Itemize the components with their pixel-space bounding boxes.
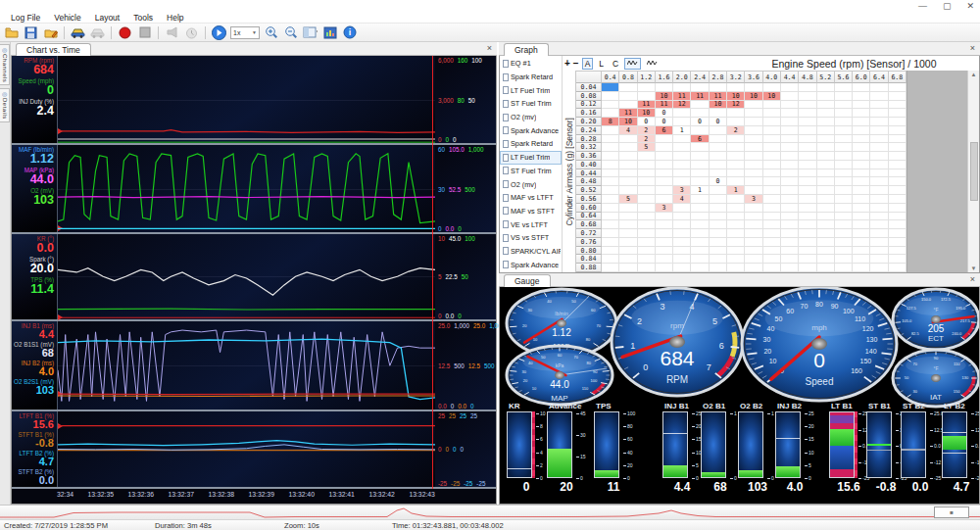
heatmap-cell[interactable] [870,204,888,213]
heatmap-cell[interactable] [602,126,619,135]
car-connect-button[interactable] [70,25,86,40]
heatmap-cell[interactable] [889,143,906,152]
heatmap-cell[interactable] [817,220,835,229]
heatmap-cell[interactable] [853,220,870,229]
heatmap-cell[interactable] [853,143,870,152]
heatmap-cell[interactable]: 2 [727,126,745,135]
heatmap-cell[interactable] [763,195,781,204]
heatmap-cell[interactable] [835,169,853,178]
heatmap-cell[interactable] [817,204,835,213]
log-overview-strip[interactable]: ■ [0,505,980,519]
heatmap-cell[interactable] [799,101,816,110]
sensor-list-item-eq-1[interactable]: EQ #1 [500,57,562,71]
heatmap-cell[interactable] [763,109,781,118]
side-tab-details[interactable]: ◎Details [0,88,10,122]
heatmap-cell[interactable] [853,204,870,213]
heatmap-cell[interactable] [870,177,888,186]
heatmap-cell[interactable] [691,161,709,169]
heatmap-cell[interactable] [638,195,656,204]
heatmap-cell[interactable] [602,101,619,110]
heatmap-cell[interactable] [889,126,906,135]
heatmap-cell[interactable] [889,255,906,264]
heatmap-cell[interactable] [853,177,870,186]
heatmap-cell[interactable] [889,177,906,186]
heatmap-cell[interactable] [781,135,799,144]
heatmap-cell[interactable] [691,204,709,213]
heatmap-cell[interactable] [710,195,727,204]
sensor-list-item-o2-mv-[interactable]: O2 (mv) [500,111,562,124]
heatmap-cell[interactable]: 12 [727,101,745,110]
heatmap-cell[interactable] [656,264,673,272]
heatmap-cell[interactable] [727,247,745,256]
info-button[interactable]: i [341,25,358,40]
zoom-in-button[interactable] [263,25,279,40]
heatmap-cell[interactable]: 4 [619,126,637,135]
heatmap-cell[interactable]: 1 [727,186,745,195]
heatmap-cell[interactable] [835,118,853,126]
heatmap-cell[interactable] [763,161,781,169]
heatmap-cell[interactable] [870,135,888,144]
heatmap-cell[interactable] [889,101,906,110]
heatmap-cell[interactable] [889,195,906,204]
heatmap-cell[interactable]: 1 [673,126,691,135]
heatmap-cell[interactable] [710,238,727,247]
heatmap-cell[interactable] [835,143,853,152]
heatmap-cell[interactable] [745,169,762,178]
heatmap-cell[interactable] [710,161,727,169]
heatmap-cell[interactable] [763,83,781,92]
heatmap-cell[interactable] [817,83,835,92]
heatmap-cell[interactable] [817,229,835,238]
chart-section-4[interactable]: INJ B1 (ms)4.4O2 B1S1 (mV)68INJ B2 (ms)4… [12,321,496,411]
heatmap-cell[interactable] [835,101,853,110]
heatmap-cell[interactable] [710,229,727,238]
heatmap-cell[interactable] [745,83,762,92]
side-tab-channels[interactable]: ◎Channels [0,44,10,85]
heatmap-cell[interactable] [853,92,870,101]
heatmap-cell[interactable] [727,177,745,186]
heatmap-cell[interactable] [781,177,799,186]
heatmap-cell[interactable]: 5 [619,195,637,204]
heatmap-cell[interactable] [799,152,816,161]
heatmap-cell[interactable] [835,264,853,272]
heatmap-cell[interactable] [638,255,656,264]
heatmap-cell[interactable]: 10 [656,92,673,101]
heatmap-cell[interactable]: 4 [673,195,691,204]
heatmap-cell[interactable]: 11 [691,92,709,101]
heatmap-cell[interactable]: 12 [673,101,691,110]
heatmap-cell[interactable] [799,255,816,264]
mode-button-l[interactable]: L [596,58,607,70]
add-button[interactable]: + [564,59,570,69]
heatmap-cell[interactable] [781,195,799,204]
heatmap-cell[interactable] [638,264,656,272]
heatmap-cell[interactable]: 6 [656,126,673,135]
heatmap-cell[interactable] [817,109,835,118]
heatmap-cell[interactable] [763,169,781,178]
heatmap-cell[interactable] [763,220,781,229]
heatmap-cell[interactable] [727,83,745,92]
tab-chart-vs-time[interactable]: Chart vs. Time [16,43,91,56]
heatmap-cell[interactable] [889,109,906,118]
chart-plot-area[interactable] [57,411,435,487]
heatmap-cell[interactable] [781,92,799,101]
heatmap-cell[interactable] [889,264,906,272]
heatmap-cell[interactable] [638,161,656,169]
heatmap-cell[interactable] [602,152,619,161]
sensor-list-item-spark-retard[interactable]: Spark Retard [500,71,562,84]
heatmap-cell[interactable] [745,118,762,126]
chart-section-2[interactable]: MAF (lb/min)1.12MAP (kPa)44.0O2 (mV)1036… [12,145,496,234]
heatmap-cell[interactable] [889,220,906,229]
heatmap-cell[interactable] [889,169,906,178]
heatmap-cell[interactable] [673,152,691,161]
heatmap-cell[interactable]: 0 [638,118,656,126]
heatmap-cell[interactable] [638,204,656,213]
gauge-panel-close-icon[interactable]: × [970,274,975,284]
close-button[interactable]: ✕ [966,0,974,12]
heatmap-cell[interactable] [889,238,906,247]
heatmap-cell[interactable] [619,177,637,186]
heatmap-cell[interactable]: 10 [727,92,745,101]
heatmap-cell[interactable] [763,204,781,213]
heatmap-cell[interactable] [656,143,673,152]
chart-section-3[interactable]: KR (°)0.0Spark (°)20.0TPS (%)11.41045.01… [12,234,496,321]
heatmap-cell[interactable] [781,101,799,110]
heatmap-cell[interactable] [763,255,781,264]
